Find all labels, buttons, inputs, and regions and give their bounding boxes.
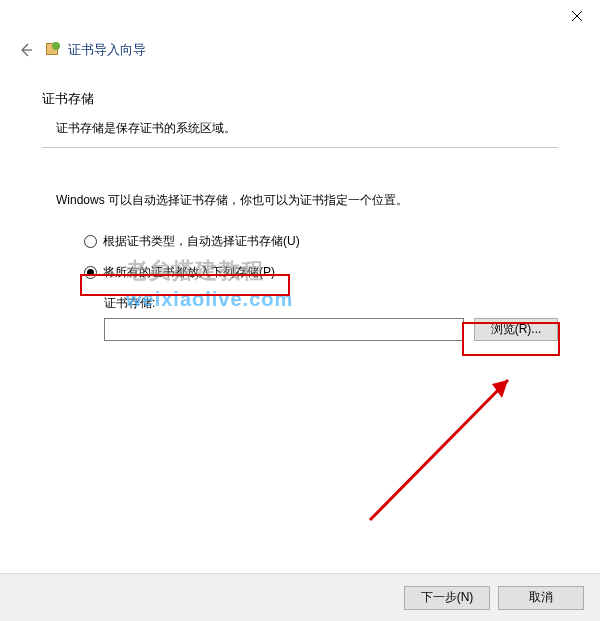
back-arrow-icon: [18, 42, 34, 58]
cancel-button[interactable]: 取消: [498, 586, 584, 610]
divider: [42, 147, 558, 148]
close-button[interactable]: [554, 0, 600, 32]
annotation-arrow: [350, 350, 560, 530]
instruction-text: Windows 可以自动选择证书存储，你也可以为证书指定一个位置。: [56, 192, 558, 209]
store-label: 证书存储:: [104, 295, 558, 312]
radio-manual-store[interactable]: 将所有的证书都放入下列存储(P): [84, 264, 558, 281]
titlebar: [0, 0, 600, 32]
section-heading: 证书存储: [42, 90, 558, 108]
svg-line-3: [370, 380, 508, 520]
radio-icon-selected: [84, 266, 97, 279]
svg-marker-4: [492, 380, 508, 398]
store-row: 浏览(R)...: [104, 318, 558, 341]
close-icon: [572, 11, 582, 21]
certificate-store-input[interactable]: [104, 318, 464, 341]
next-button[interactable]: 下一步(N): [404, 586, 490, 610]
radio-group: 根据证书类型，自动选择证书存储(U) 将所有的证书都放入下列存储(P): [84, 233, 558, 281]
wizard-icon: [44, 41, 62, 59]
section-description: 证书存储是保存证书的系统区域。: [56, 120, 558, 137]
header: 证书导入向导: [0, 32, 600, 62]
back-button[interactable]: [14, 38, 38, 62]
radio-manual-label: 将所有的证书都放入下列存储(P): [103, 264, 275, 281]
browse-button[interactable]: 浏览(R)...: [474, 318, 558, 341]
content-area: 证书存储 证书存储是保存证书的系统区域。 Windows 可以自动选择证书存储，…: [0, 62, 600, 341]
store-block: 证书存储: 浏览(R)...: [104, 295, 558, 341]
radio-auto-select[interactable]: 根据证书类型，自动选择证书存储(U): [84, 233, 558, 250]
footer: 下一步(N) 取消: [0, 573, 600, 621]
radio-icon: [84, 235, 97, 248]
radio-auto-label: 根据证书类型，自动选择证书存储(U): [103, 233, 300, 250]
wizard-title: 证书导入向导: [68, 41, 146, 59]
